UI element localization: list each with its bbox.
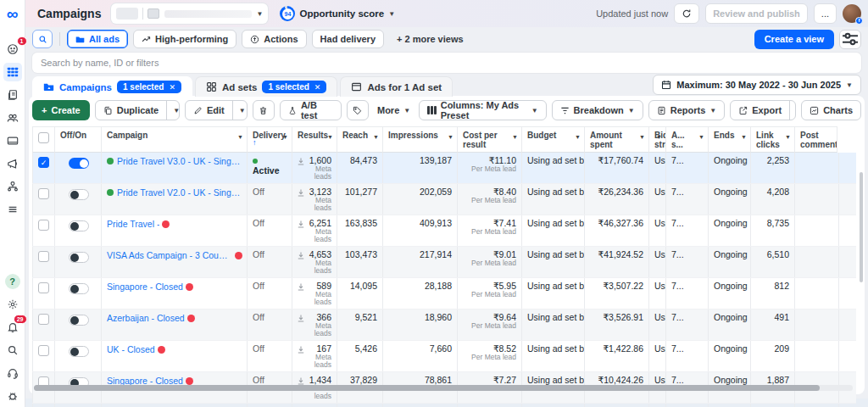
delete-button[interactable] <box>253 100 275 120</box>
header-select-all-checkbox[interactable] <box>32 126 55 153</box>
support-icon[interactable] <box>3 364 22 382</box>
row-checkbox[interactable] <box>32 309 55 340</box>
export-dropdown[interactable]: ▼ <box>789 101 796 120</box>
checkbox-icon[interactable] <box>38 220 49 231</box>
more-views-button[interactable]: + 2 more views <box>389 30 471 48</box>
search-views-button[interactable] <box>32 30 53 48</box>
more-options-button[interactable]: ... <box>814 3 837 24</box>
create-button[interactable]: +Create <box>32 100 90 120</box>
onoff-toggle[interactable] <box>69 220 89 231</box>
ab-test-button[interactable]: A/B test <box>280 100 342 120</box>
account-selector[interactable]: ▼ <box>111 3 268 24</box>
row-checkbox[interactable] <box>32 278 55 309</box>
campaign-toggle[interactable] <box>55 404 102 407</box>
onoff-toggle[interactable] <box>69 252 89 263</box>
columns-preset-button[interactable]: Columns: My Ads Preset▼ <box>419 100 546 120</box>
column-dropdown-icon[interactable]: ▼ <box>282 134 288 140</box>
column-header-delivery[interactable]: Delivery↑▼ <box>248 126 292 153</box>
report-bug-icon[interactable] <box>3 387 22 405</box>
column-header-post[interactable]: Postcomments <box>795 126 837 153</box>
row-checkbox[interactable] <box>32 184 55 215</box>
onoff-toggle[interactable] <box>69 346 89 357</box>
column-dropdown-icon[interactable]: ▼ <box>448 134 453 140</box>
sidebar-item-pages[interactable] <box>3 86 22 104</box>
edit-dropdown[interactable]: ▼ <box>232 101 248 120</box>
edit-button[interactable]: Edit ▼ <box>185 100 248 120</box>
campaign-toggle[interactable] <box>55 247 102 277</box>
meta-logo-icon[interactable]: ∞ <box>7 7 19 22</box>
campaign-link[interactable]: VISA Ads Campaign - 3 Countries - OPEN <box>107 250 232 260</box>
campaign-link[interactable]: UK - Closed <box>107 344 155 354</box>
campaign-link[interactable]: Singapore - Closed <box>107 282 183 292</box>
checkbox-icon[interactable] <box>38 345 49 356</box>
checkbox-icon[interactable] <box>38 282 49 293</box>
sidebar-item-all-tools[interactable] <box>3 200 22 219</box>
column-header-results[interactable]: Results▼ <box>292 126 337 153</box>
clear-selection-icon[interactable]: ✕ <box>169 83 175 92</box>
column-dropdown-icon[interactable]: ▼ <box>575 134 581 140</box>
campaign-toggle[interactable] <box>55 215 102 246</box>
campaign-link[interactable]: Azerbaijan - Closed <box>107 313 185 323</box>
opportunity-score[interactable]: 94 Opportunity score ▼ <box>280 6 395 21</box>
breakdown-button[interactable]: Breakdown▼ <box>552 100 643 120</box>
checkbox-icon[interactable] <box>38 251 49 262</box>
create-view-button[interactable]: Create a view <box>754 30 834 49</box>
campaign-toggle[interactable] <box>55 153 102 183</box>
reports-button[interactable]: Reports▼ <box>648 100 725 120</box>
column-header-a-[interactable]: A...s...▼ <box>666 126 709 153</box>
onoff-toggle[interactable] <box>69 283 89 294</box>
row-checkbox[interactable] <box>32 404 55 407</box>
vertical-scrollbar[interactable] <box>860 172 863 282</box>
help-icon[interactable]: ? <box>5 274 20 289</box>
column-dropdown-icon[interactable]: ▼ <box>741 134 747 140</box>
sidebar-item-advertise[interactable] <box>3 154 22 173</box>
row-checkbox[interactable] <box>32 341 55 371</box>
review-publish-button[interactable]: Review and publish <box>705 3 808 24</box>
avatar[interactable]: f <box>843 4 861 23</box>
account-icon[interactable]: 1 <box>3 40 22 59</box>
date-range-picker[interactable]: Maximum: 30 May 2022 - 30 Jun 2025 ▼ <box>653 75 861 95</box>
sidebar-item-ads-manager[interactable] <box>3 63 22 81</box>
duplicate-dropdown[interactable]: ▼ <box>166 101 180 120</box>
column-header-off-on[interactable]: Off/On <box>55 126 102 153</box>
column-dropdown-icon[interactable]: ▼ <box>785 134 791 140</box>
column-dropdown-icon[interactable]: ▼ <box>237 134 243 140</box>
sidebar-item-audiences[interactable] <box>3 109 22 127</box>
refresh-button[interactable] <box>674 3 699 24</box>
column-header-link[interactable]: Linkclicks▼ <box>751 126 795 153</box>
charts-button[interactable]: Charts <box>801 100 861 120</box>
view-tab-actions[interactable]: Actions <box>242 30 306 48</box>
column-header-cost-per-result[interactable]: Cost per result▼ <box>458 126 522 153</box>
tag-button[interactable] <box>347 100 369 120</box>
search-sidebar-icon[interactable] <box>3 341 22 360</box>
column-dropdown-icon[interactable]: ▼ <box>698 134 704 140</box>
column-header-bid-strategy[interactable]: Bid strategy▼ <box>649 126 666 153</box>
column-dropdown-icon[interactable]: ▼ <box>512 134 518 140</box>
view-tab-all-ads[interactable]: All ads <box>67 30 128 48</box>
column-header-ends[interactable]: Ends▼ <box>709 126 751 153</box>
sidebar-item-billing[interactable] <box>3 131 22 150</box>
checkbox-icon[interactable] <box>38 132 49 143</box>
campaign-toggle[interactable] <box>55 341 102 371</box>
campaign-link[interactable]: Pride Travel - <box>107 219 159 229</box>
campaign-link[interactable]: Pride Travel V3.0 - UK - Singapore - Dub… <box>117 156 242 166</box>
column-header-impressions[interactable]: Impressions▼ <box>383 126 458 153</box>
column-header-reach[interactable]: Reach▼ <box>337 126 383 153</box>
duplicate-button[interactable]: Duplicate ▼ <box>95 100 180 120</box>
tab-campaigns[interactable]: Campaigns 1 selected✕ <box>32 76 192 97</box>
campaign-toggle[interactable] <box>55 309 102 340</box>
selected-count-badge[interactable]: 1 selected✕ <box>117 81 181 93</box>
row-checkbox[interactable] <box>32 215 55 246</box>
onoff-toggle[interactable] <box>69 315 89 326</box>
tab-ads[interactable]: Ads for 1 Ad set <box>340 76 453 97</box>
selected-count-badge[interactable]: 1 selected✕ <box>262 81 326 93</box>
view-settings-button[interactable] <box>839 30 861 49</box>
notifications-icon[interactable]: 29 <box>3 318 22 337</box>
sidebar-item-business-assets[interactable] <box>3 177 22 196</box>
tab-ad-sets[interactable]: Ad sets 1 selected✕ <box>195 76 337 97</box>
checkbox-icon[interactable]: ✓ <box>38 157 49 168</box>
column-dropdown-icon[interactable]: ▼ <box>656 134 662 140</box>
export-button[interactable]: Export ▼ <box>730 100 796 120</box>
campaign-toggle[interactable] <box>55 278 102 309</box>
column-dropdown-icon[interactable]: ▼ <box>327 134 333 140</box>
